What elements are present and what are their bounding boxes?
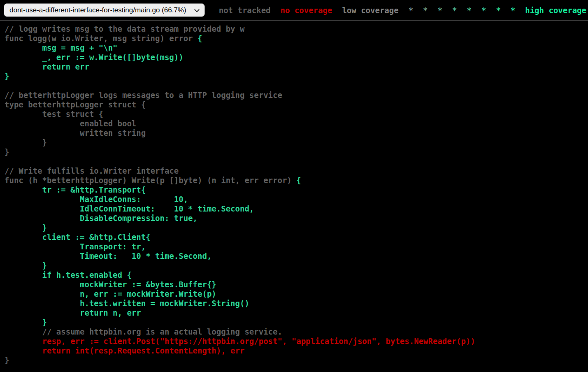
code-line: n, err := mockWriter.Write(p) (5, 289, 588, 299)
code-line: IdleConnTimeout: 10 * time.Second, (5, 204, 588, 214)
code-line: } (5, 356, 588, 365)
code-line: // betterhttpLogger logs messages to a H… (5, 91, 588, 100)
coverage-legend: not tracked no coverage low coverage ***… (214, 6, 587, 15)
code-line (5, 157, 588, 166)
code-line: } (5, 261, 588, 270)
legend-star: * (481, 6, 486, 15)
legend-star: * (423, 6, 428, 15)
legend-star: * (467, 6, 471, 15)
legend-no-coverage: no coverage (281, 6, 332, 15)
code-line: mockWriter := &bytes.Buffer{} (5, 280, 588, 289)
code: // logg writes msg to the data stream pr… (0, 21, 588, 365)
code-line: } (5, 318, 588, 327)
file-selector-wrap: dont-use-a-different-interface-for-testi… (4, 3, 205, 17)
code-line: _, err := w.Write([]byte(msg)) (5, 53, 588, 62)
code-line: tr := &http.Transport{ (5, 185, 588, 195)
code-line: DisableCompression: true, (5, 214, 588, 223)
legend-star: * (409, 6, 413, 15)
legend-not-tracked: not tracked (219, 6, 271, 15)
code-line: } (5, 138, 588, 147)
code-line: client := &http.Client{ (5, 232, 588, 242)
code-line: return n, err (5, 308, 588, 318)
code-line: func (h *betterhttpLogger) Write(p []byt… (5, 176, 588, 185)
code-line: return err (5, 62, 588, 72)
code-line (5, 81, 588, 91)
code-line: Transport: tr, (5, 242, 588, 251)
code-line: type betterhttpLogger struct { (5, 100, 588, 109)
code-line: Timeout: 10 * time.Second, (5, 251, 588, 261)
code-line: MaxIdleConns: 10, (5, 195, 588, 204)
legend-high-coverage: high coverage (525, 6, 586, 15)
code-line: } (5, 147, 588, 157)
legend-star: * (511, 6, 515, 15)
legend-low-coverage: low coverage (342, 6, 398, 15)
code-line: resp, err := client.Post("https://httpbi… (5, 337, 588, 346)
file-selector[interactable]: dont-use-a-different-interface-for-testi… (4, 3, 205, 17)
code-line: } (5, 223, 588, 232)
code-line: written string (5, 128, 588, 138)
code-line: msg = msg + "\n" (5, 43, 588, 53)
code-line: // logg writes msg to the data stream pr… (5, 24, 588, 34)
code-line: test struct { (5, 109, 588, 119)
code-line: // assume httpbin.org is an actual loggi… (5, 327, 588, 337)
code-line: // Write fulfills io.Writer interface (5, 166, 588, 176)
code-line: func logg(w io.Writer, msg string) error… (5, 34, 588, 43)
code-line: if h.test.enabled { (5, 270, 588, 280)
code-line: return int(resp.Request.ContentLength), … (5, 346, 588, 356)
legend-star: * (438, 6, 442, 15)
code-line: enabled bool (5, 119, 588, 128)
legend-stars: ******** (404, 6, 521, 15)
legend-star: * (452, 6, 457, 15)
topbar: dont-use-a-different-interface-for-testi… (0, 0, 588, 21)
legend-star: * (496, 6, 500, 15)
code-line: } (5, 72, 588, 81)
code-line: h.test.written = mockWriter.String() (5, 299, 588, 308)
